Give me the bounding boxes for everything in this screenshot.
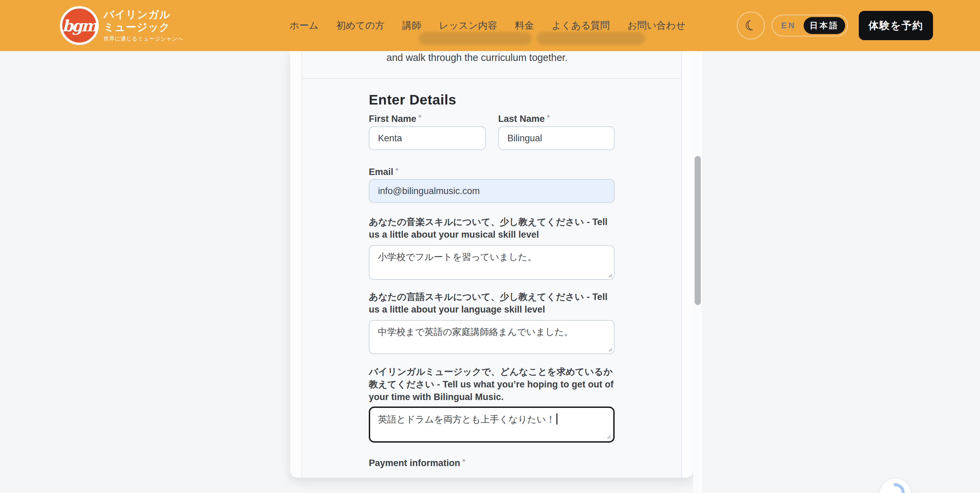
- language-switcher: EN 日本語: [772, 14, 848, 37]
- nav-item-contact[interactable]: お問い合わせ: [628, 19, 686, 32]
- nav-item-lessons[interactable]: レッスン内容: [439, 19, 497, 32]
- language-option-ja[interactable]: 日本語: [803, 17, 845, 34]
- logo-tagline: 世界に通じるミュージシャンへ: [103, 35, 183, 43]
- scrollbar-thumb[interactable]: [695, 156, 701, 305]
- logo-title-line1: バイリンガル: [103, 8, 183, 21]
- required-asterisk: *: [395, 166, 398, 175]
- required-asterisk: *: [418, 113, 422, 122]
- nav-item-instructors[interactable]: 講師: [402, 19, 421, 32]
- logo-circle-icon: bgm: [60, 6, 99, 45]
- resize-handle-icon[interactable]: [607, 272, 612, 277]
- musical-skill-field: 小学校でフルートを習っていました。: [369, 245, 615, 280]
- resize-handle-icon[interactable]: [607, 346, 612, 352]
- text-caret: [557, 413, 557, 425]
- language-skill-field: 中学校まで英語の家庭講師絡まんでいました。: [369, 320, 615, 354]
- chat-widget-button[interactable]: [880, 479, 911, 493]
- form-heading: Enter Details: [369, 92, 456, 108]
- nav-item-pricing[interactable]: 料金: [515, 19, 534, 32]
- logo[interactable]: bgm バイリンガル ミュージック 世界に通じるミュージシャンへ: [60, 6, 183, 45]
- last-name-label: Last Name*: [498, 111, 550, 125]
- last-name-label-text: Last Name: [498, 114, 545, 124]
- last-name-input[interactable]: [498, 126, 615, 150]
- goals-label: バイリンガルミュージックで、どんなことを求めているか教えてください - Tell…: [369, 366, 615, 404]
- language-option-en[interactable]: EN: [772, 21, 805, 30]
- chat-widget-icon: [882, 479, 908, 493]
- nav-item-home[interactable]: ホーム: [290, 19, 318, 32]
- musical-skill-textarea[interactable]: 小学校でフルートを習っていました。: [369, 245, 615, 280]
- language-skill-textarea[interactable]: 中学校まで英語の家庭講師絡まんでいました。: [369, 320, 615, 354]
- goals-textarea-value: 英語とドラムを両方とも上手くなりたい！: [378, 414, 555, 425]
- logo-text: バイリンガル ミュージック 世界に通じるミュージシャンへ: [103, 8, 183, 43]
- resize-handle-icon[interactable]: [605, 433, 611, 439]
- intro-text: and walk through the curriculum together…: [287, 52, 667, 63]
- required-asterisk: *: [462, 457, 466, 466]
- email-label: Email*: [369, 164, 398, 178]
- moon-icon: ☾: [743, 17, 758, 33]
- book-trial-button[interactable]: 体験を予約: [859, 11, 933, 40]
- goals-textarea[interactable]: 英語とドラムを両方とも上手くなりたい！: [369, 407, 615, 443]
- musical-skill-label: あなたの音楽スキルについて、少し教えてください - Tell us a litt…: [369, 216, 615, 241]
- required-asterisk: *: [547, 113, 550, 122]
- first-name-label: First Name*: [369, 111, 422, 125]
- nav-item-first-timers[interactable]: 初めての方: [336, 19, 385, 32]
- main-nav: ホーム 初めての方 講師 レッスン内容 料金 よくある質問 お問い合わせ: [290, 0, 686, 51]
- payment-label-text: Payment information: [369, 458, 460, 468]
- dark-mode-toggle[interactable]: ☾: [737, 11, 765, 40]
- form-card: and walk through the curriculum together…: [301, 51, 682, 478]
- language-skill-label: あなたの言語スキルについて、少し教えてください - Tell us a litt…: [369, 291, 615, 316]
- logo-monogram: bgm: [62, 17, 97, 35]
- email-label-text: Email: [369, 167, 393, 177]
- page: bgm バイリンガル ミュージック 世界に通じるミュージシャンへ ホーム 初めて…: [0, 0, 980, 493]
- first-name-input[interactable]: [369, 126, 486, 150]
- email-input[interactable]: [369, 179, 615, 203]
- first-name-label-text: First Name: [369, 114, 417, 124]
- nav-item-faq[interactable]: よくある質問: [552, 19, 610, 32]
- payment-information-label: Payment information*: [369, 456, 466, 469]
- logo-title-line2: ミュージック: [103, 21, 183, 33]
- section-divider: [302, 78, 681, 79]
- header: bgm バイリンガル ミュージック 世界に通じるミュージシャンへ ホーム 初めて…: [0, 0, 980, 51]
- booking-panel: and walk through the curriculum together…: [290, 51, 693, 478]
